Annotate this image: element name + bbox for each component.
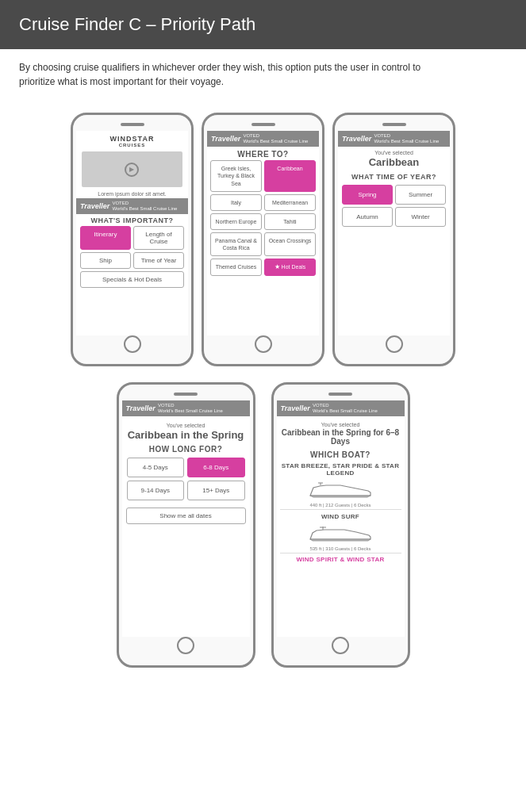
traveler-badge-1: Traveller VOTED World's Best Small Cruis… [76, 198, 188, 214]
boat-specs-1: 440 ft | 212 Guests | 6 Decks [280, 503, 401, 510]
btn-length[interactable]: Length of Cruise [133, 226, 184, 250]
page-title: Cruise Finder C – Priority Path [19, 14, 507, 35]
speaker-2 [251, 123, 275, 126]
speaker-4 [174, 393, 198, 396]
destination-5: Caribbean in the Spring for 6–8 Days [280, 427, 401, 449]
btn-summer[interactable]: Summer [395, 185, 446, 205]
speaker-5 [328, 393, 352, 396]
btn-themed[interactable]: Themed Cruises [210, 259, 262, 276]
header-bar: Cruise Finder C – Priority Path [0, 0, 526, 49]
btn-15-plus-days[interactable]: 15+ Days [187, 481, 245, 500]
traveler-badge-3: Traveller VOTED World's Best Small Cruis… [338, 131, 450, 147]
traveler-badge-5: Traveller VOTED World's Best Small Cruis… [277, 400, 405, 416]
screen-5: Traveller VOTED World's Best Small Cruis… [277, 400, 405, 637]
speaker-3 [382, 123, 406, 126]
screen-1: WINDSTAR CRUISES ▶ Lorem ipsum dolor sit… [76, 131, 188, 335]
btn-spring[interactable]: Spring [342, 185, 393, 205]
lorem-text: Lorem ipsum dolor sit amet. [76, 190, 188, 198]
svg-marker-3 [310, 496, 371, 497]
time-of-year-title: WHAT TIME OF YEAR? [338, 170, 450, 182]
traveler-logo-2: Traveller [211, 135, 240, 143]
which-boat-content: You've selected Caribbean in the Spring … [277, 416, 405, 565]
screen-2: Traveller VOTED World's Best Small Cruis… [207, 131, 319, 335]
where-grid: Greek Isles, Turkey & Black Sea Caribbea… [207, 160, 319, 276]
boat-name-3: WIND SPIRIT & WIND STAR [280, 553, 401, 564]
windstar-logo: WINDSTAR CRUISES [76, 131, 188, 149]
svg-marker-7 [310, 539, 371, 541]
traveler-logo-1: Traveller [80, 202, 109, 210]
phones-row-2: Traveller VOTED World's Best Small Cruis… [0, 374, 526, 684]
home-btn-2[interactable] [255, 335, 272, 353]
btn-greek[interactable]: Greek Isles, Turkey & Black Sea [210, 160, 262, 191]
award-text-4: World's Best Small Cruise Line [158, 408, 223, 414]
award-text-1: World's Best Small Cruise Line [112, 206, 177, 212]
you-selected-4: You've selected [122, 416, 250, 428]
voted-text-2: VOTED [243, 133, 308, 139]
destination-4: Caribbean in the Spring [122, 428, 250, 443]
how-long-title: HOW LONG FOR? [122, 443, 250, 455]
phone-3: Traveller VOTED World's Best Small Cruis… [332, 113, 455, 366]
boat-image-1 [280, 479, 401, 501]
phone-4: Traveller VOTED World's Best Small Cruis… [117, 382, 255, 668]
destination-3: Caribbean [338, 155, 450, 170]
home-btn-1[interactable] [124, 335, 141, 353]
btn-mediterranean[interactable]: Mediterranean [264, 194, 316, 211]
boat-name-1: STAR BREEZE, STAR PRIDE & STAR LEGEND [280, 461, 401, 477]
you-selected-3: You've selected [338, 147, 450, 155]
award-text-2: World's Best Small Cruise Line [243, 139, 308, 144]
boat-specs-2: 535 ft | 310 Guests | 6 Decks [280, 546, 401, 553]
phone-2: Traveller VOTED World's Best Small Cruis… [202, 113, 324, 366]
btn-specials[interactable]: Specials & Hot Deals [80, 271, 184, 288]
btn-northern-europe[interactable]: Northern Europe [210, 213, 262, 230]
btn-winter[interactable]: Winter [395, 207, 446, 227]
award-text-5: World's Best Small Cruise Line [313, 408, 378, 414]
voted-text-5: VOTED [313, 403, 378, 408]
speaker-1 [121, 123, 144, 126]
btn-italy[interactable]: Italy [210, 194, 262, 211]
section-title-1: WHAT'S IMPORTANT? [76, 214, 188, 226]
voted-text-1: VOTED [112, 201, 177, 206]
btn-itinerary[interactable]: Itinerary [80, 226, 131, 250]
phone-1: WINDSTAR CRUISES ▶ Lorem ipsum dolor sit… [71, 113, 194, 366]
days-grid: 4-5 Days 6-8 Days 9-14 Days 15+ Days [122, 455, 250, 503]
btn-4-5-days[interactable]: 4-5 Days [127, 458, 185, 477]
play-button[interactable]: ▶ [125, 163, 139, 177]
btn-show-dates[interactable]: Show me all dates [126, 508, 246, 524]
btn-ocean[interactable]: Ocean Crossings [264, 232, 316, 256]
home-btn-5[interactable] [332, 637, 349, 654]
svg-marker-0 [310, 485, 371, 496]
importance-grid: Itinerary Length of Cruise Ship Time of … [76, 226, 188, 269]
traveler-logo-5: Traveller [281, 404, 310, 412]
btn-ship[interactable]: Ship [80, 252, 131, 269]
btn-6-8-days[interactable]: 6-8 Days [187, 458, 245, 477]
home-btn-3[interactable] [386, 335, 403, 353]
traveler-badge-4: Traveller VOTED World's Best Small Cruis… [122, 400, 250, 416]
voted-text-3: VOTED [374, 133, 439, 139]
traveler-badge-2: Traveller VOTED World's Best Small Cruis… [207, 131, 319, 147]
btn-autumn[interactable]: Autumn [342, 207, 393, 227]
which-boat-title: WHICH BOAT? [280, 449, 401, 461]
btn-hot-deals[interactable]: ★ Hot Deals [264, 259, 316, 276]
phone-5: Traveller VOTED World's Best Small Cruis… [271, 382, 410, 668]
home-btn-4[interactable] [177, 637, 194, 654]
where-to-title: WHERE TO? [207, 147, 319, 160]
traveler-logo-4: Traveller [126, 404, 155, 412]
video-thumb[interactable]: ▶ [82, 151, 182, 187]
ship-svg-2 [309, 525, 372, 542]
btn-time-of-year[interactable]: Time of Year [133, 252, 184, 269]
ship-svg-1 [309, 481, 372, 499]
page-subtitle: By choosing cruise qualifiers in whichev… [0, 49, 460, 97]
btn-9-14-days[interactable]: 9-14 Days [127, 481, 185, 500]
svg-marker-4 [310, 530, 371, 539]
season-grid: Spring Summer Autumn Winter [338, 182, 450, 229]
phones-row-1: WINDSTAR CRUISES ▶ Lorem ipsum dolor sit… [0, 97, 526, 374]
btn-tahiti[interactable]: Tahiti [264, 213, 316, 230]
traveler-logo-3: Traveller [342, 135, 371, 143]
btn-panama[interactable]: Panama Canal & Costa Rica [210, 232, 262, 256]
btn-caribbean[interactable]: Caribbean [264, 160, 316, 191]
award-text-3: World's Best Small Cruise Line [374, 139, 439, 144]
screen-3: Traveller VOTED World's Best Small Cruis… [338, 131, 450, 335]
voted-text-4: VOTED [158, 403, 223, 408]
you-selected-5: You've selected [280, 418, 401, 427]
boat-name-2: WIND SURF [280, 510, 401, 521]
